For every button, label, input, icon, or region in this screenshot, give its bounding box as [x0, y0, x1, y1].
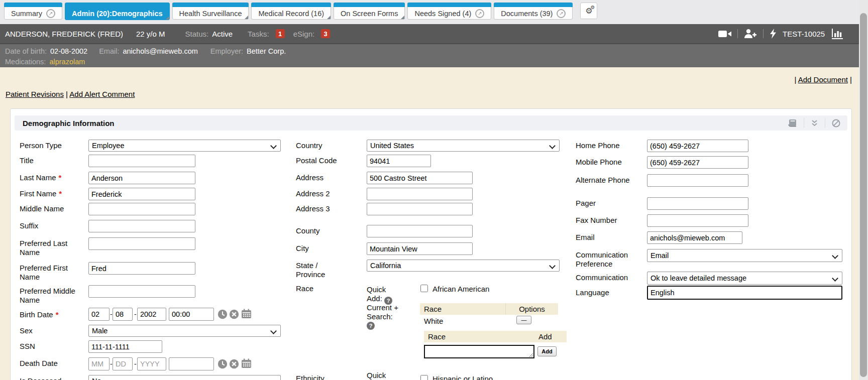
tab-medical-record[interactable]: Medical Record (16)	[251, 3, 331, 20]
race-african-american-checkbox[interactable]	[420, 285, 428, 292]
postal-code-input[interactable]	[367, 155, 431, 167]
address-input[interactable]	[367, 172, 473, 184]
add-document-linkline: | Add Document |	[794, 75, 852, 84]
birth-time-input[interactable]	[169, 308, 214, 321]
clear-date-icon[interactable]	[229, 359, 239, 369]
birth-year-input[interactable]	[137, 308, 166, 321]
preferred-last-name-input[interactable]	[88, 237, 195, 250]
popout-icon[interactable]: ↗	[475, 9, 484, 18]
county-label: County	[296, 226, 320, 235]
preferred-middle-name-label: Preferred Middle Name	[20, 287, 76, 305]
clock-icon[interactable]	[218, 309, 228, 319]
birth-month-input[interactable]	[88, 308, 110, 321]
title-input[interactable]	[88, 155, 195, 167]
chart-icon[interactable]	[831, 29, 844, 39]
email-label: Email:	[99, 47, 119, 55]
tab-admin-label: Admin (20):Demographics	[72, 10, 162, 18]
language-input[interactable]	[647, 286, 842, 300]
popout-icon[interactable]: ↗	[46, 9, 55, 18]
first-name-input[interactable]	[88, 188, 195, 200]
tab-on-screen-forms[interactable]: On Screen Forms	[334, 3, 405, 20]
city-input[interactable]	[367, 242, 473, 255]
country-label: Country	[296, 141, 322, 150]
lightning-icon[interactable]	[770, 29, 777, 39]
address2-input[interactable]	[367, 188, 473, 200]
race-add-col-header: Race	[428, 332, 446, 341]
settings-button[interactable]: ⚙ ⚙	[580, 3, 597, 19]
person-type-select[interactable]: Employee	[88, 140, 281, 152]
ssn-input[interactable]	[88, 340, 162, 353]
death-day-input[interactable]	[113, 357, 133, 370]
sex-label: Sex	[20, 326, 33, 335]
tab-summary[interactable]: Summary ↗	[4, 3, 62, 20]
add-document-link[interactable]: Add Document	[798, 75, 848, 84]
death-time-input[interactable]	[169, 357, 214, 370]
collapse-double-chevron-icon[interactable]	[811, 120, 818, 126]
email-field-label: Email	[576, 233, 595, 242]
patient-age-sex: 22 y/o M	[136, 30, 165, 38]
preferred-first-name-input[interactable]	[88, 262, 195, 275]
fax-input[interactable]	[647, 214, 748, 227]
middle-name-input[interactable]	[88, 203, 195, 215]
tasks-badge[interactable]: 1	[276, 29, 285, 38]
add-user-icon[interactable]	[744, 29, 757, 39]
address3-input[interactable]	[367, 203, 473, 215]
pipe: |	[794, 75, 796, 84]
is-deceased-label: Is Deceased	[20, 376, 61, 380]
email-input[interactable]	[647, 231, 742, 244]
required-asterisk: *	[59, 189, 62, 198]
disable-icon[interactable]	[832, 119, 840, 128]
race-add-input[interactable]	[424, 345, 534, 358]
mobile-phone-input[interactable]	[647, 156, 748, 169]
tab-medical-label: Medical Record (16)	[258, 10, 324, 18]
alternate-phone-input[interactable]	[647, 174, 748, 187]
esign-badge[interactable]: 3	[321, 29, 330, 38]
first-name-label: First Name*	[20, 189, 62, 198]
county-input[interactable]	[367, 225, 473, 237]
calendar-icon[interactable]	[241, 358, 251, 368]
audit-book-icon[interactable]	[788, 119, 797, 127]
vertical-scrollbar	[859, 0, 868, 380]
remove-race-button[interactable]: —	[516, 316, 531, 324]
is-deceased-select[interactable]: No	[88, 375, 281, 380]
home-phone-input[interactable]	[647, 140, 748, 152]
add-race-button[interactable]: Add	[537, 346, 557, 356]
required-asterisk: *	[59, 173, 62, 182]
pager-input[interactable]	[647, 197, 748, 210]
add-alert-comment-link[interactable]: Add Alert Comment	[69, 90, 135, 98]
clock-icon[interactable]	[218, 359, 228, 369]
medications-value: alprazolam	[49, 58, 85, 66]
ethnicity-hispanic-checkbox[interactable]	[420, 375, 428, 380]
sex-select[interactable]: Male	[88, 325, 281, 337]
scrollbar-thumb[interactable]	[860, 13, 867, 377]
country-select[interactable]: United States	[367, 140, 560, 152]
communication-select[interactable]: Ok to leave detailed message	[647, 272, 842, 285]
suffix-input[interactable]	[88, 220, 195, 232]
video-camera-icon[interactable]	[718, 30, 731, 38]
race-col-header: Race	[424, 305, 442, 313]
chevron-down-icon	[270, 328, 277, 334]
help-icon[interactable]: ?	[367, 322, 375, 330]
tab-documents[interactable]: Documents (39) ↗	[494, 3, 573, 20]
birth-day-input[interactable]	[113, 308, 133, 321]
address-label: Address	[296, 173, 323, 182]
tab-health-surveillance[interactable]: Health Surveillance	[172, 3, 249, 20]
calendar-icon[interactable]	[241, 309, 251, 319]
comm-pref-select[interactable]: Email	[647, 249, 842, 262]
tab-admin-demographics[interactable]: Admin (20):Demographics	[65, 3, 169, 20]
divider	[737, 29, 738, 38]
preferred-middle-name-input[interactable]	[88, 285, 195, 298]
death-month-input[interactable]	[88, 357, 110, 370]
death-date-label: Death Date	[20, 359, 58, 368]
state-select[interactable]: California	[367, 260, 560, 272]
tab-documents-label: Documents (39)	[501, 10, 553, 18]
patient-revisions-link[interactable]: Patient Revisions	[6, 90, 64, 98]
race-quick-add-word: Add:	[367, 294, 382, 303]
last-name-input[interactable]	[88, 172, 195, 184]
clear-date-icon[interactable]	[229, 309, 239, 319]
tab-needs-signed[interactable]: Needs Signed (4) ↗	[407, 3, 491, 20]
tab-forms-label: On Screen Forms	[341, 10, 398, 18]
popout-icon[interactable]: ↗	[557, 9, 566, 18]
race-add-header-add: Add	[534, 331, 567, 342]
death-year-input[interactable]	[137, 357, 166, 370]
